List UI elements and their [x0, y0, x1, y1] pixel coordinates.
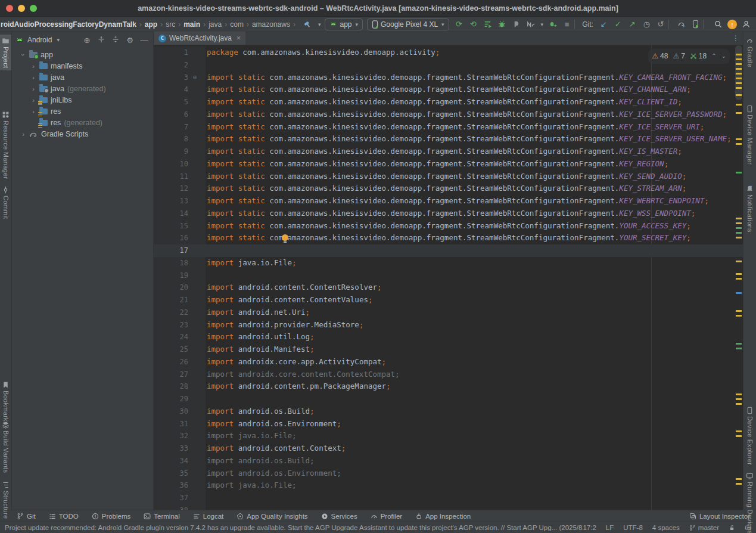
minimize-window-button[interactable] [18, 5, 25, 12]
tool-window-button-git[interactable]: Git [17, 513, 36, 520]
code-line[interactable]: 27import androidx.core.content.ContextCo… [154, 368, 743, 381]
code-line[interactable]: 29 [154, 393, 743, 405]
tool-window-button-logcat[interactable]: Logcat [193, 513, 224, 520]
settings-gear-icon[interactable]: ⚙ [125, 36, 135, 45]
code-line[interactable]: 36import java.io.File; [154, 479, 743, 492]
tool-window-button-structure[interactable]: Structure [0, 481, 11, 519]
line-number[interactable]: 19 [154, 269, 188, 282]
code-line[interactable]: 13import static com.amazonaws.kinesisvid… [154, 195, 743, 207]
git-commit-icon[interactable]: ✓ [613, 19, 623, 29]
line-number[interactable]: 2 [154, 59, 188, 72]
code-line[interactable]: 2 [154, 59, 743, 72]
line-number[interactable]: 24 [154, 331, 188, 343]
code-editor[interactable]: ⚠ 48 ⚠ 7 18 ⌃ ⌄ 1package com.amazonaws.k… [154, 45, 743, 510]
tool-window-button-terminal[interactable]: Terminal [144, 513, 179, 520]
code-line[interactable]: 35import android.os.Environment; [154, 467, 743, 480]
tree-item-res[interactable]: ›res [12, 106, 153, 117]
code-line[interactable]: 37 [154, 492, 743, 504]
close-window-button[interactable] [6, 5, 13, 12]
git-branch-widget[interactable]: master [689, 524, 719, 531]
line-number[interactable]: 10 [154, 158, 188, 171]
ide-update-available-icon[interactable]: ↑ [727, 20, 737, 29]
line-number[interactable]: 8 [154, 133, 188, 145]
line-number[interactable]: 17 [154, 244, 188, 257]
line-separator-widget[interactable]: LF [606, 524, 614, 531]
line-number[interactable]: 11 [154, 171, 188, 183]
line-number[interactable]: 13 [154, 195, 188, 207]
code-line[interactable]: 18import java.io.File; [154, 257, 743, 269]
tool-window-button-device-manager[interactable]: Device Manager [743, 105, 756, 165]
line-number[interactable]: 7 [154, 121, 188, 134]
code-line[interactable]: 16import static com.amazonaws.kinesisvid… [154, 232, 743, 244]
line-number[interactable]: 32 [154, 430, 188, 442]
code-line[interactable]: 1package com.amazonaws.kinesisvideo.demo… [154, 47, 743, 59]
tree-expand-arrow[interactable]: › [20, 52, 27, 58]
attach-debugger-icon[interactable] [547, 19, 558, 29]
expand-all-icon[interactable] [96, 35, 107, 45]
tool-window-button-problems[interactable]: Problems [92, 513, 131, 520]
line-number[interactable]: 29 [154, 393, 188, 405]
code-line[interactable]: 9import static com.amazonaws.kinesisvide… [154, 145, 743, 158]
line-number[interactable]: 18 [154, 257, 188, 269]
status-message[interactable]: Project update recommended: Android Grad… [5, 524, 583, 531]
tree-expand-arrow[interactable]: › [30, 97, 36, 104]
tree-expand-arrow[interactable]: › [20, 131, 26, 138]
line-number[interactable]: 38 [154, 504, 188, 510]
code-line[interactable]: 21import android.content.ContentValues; [154, 294, 743, 306]
code-line[interactable]: 28import android.content.pm.PackageManag… [154, 380, 743, 393]
line-number[interactable]: 26 [154, 356, 188, 368]
code-line[interactable]: 7import static com.amazonaws.kinesisvide… [154, 121, 743, 134]
code-line[interactable]: 11import static com.amazonaws.kinesisvid… [154, 171, 743, 183]
caret-position-widget[interactable]: 17:2 [583, 524, 596, 531]
code-line[interactable]: 15import static com.amazonaws.kinesisvid… [154, 220, 743, 233]
code-line[interactable]: 24import android.util.Log; [154, 331, 743, 343]
git-history-icon[interactable]: ◷ [642, 19, 652, 29]
line-number[interactable]: 9 [154, 145, 188, 158]
tool-window-button-build-variants[interactable]: Build Variants [0, 421, 11, 473]
code-line[interactable]: 26import androidx.core.app.ActivityCompa… [154, 356, 743, 368]
code-line[interactable]: 6import static com.amazonaws.kinesisvide… [154, 109, 743, 121]
code-line[interactable]: 5import static com.amazonaws.kinesisvide… [154, 96, 743, 109]
build-dropdown-arrow[interactable]: ▾ [318, 21, 321, 27]
git-push-icon[interactable]: ↗ [627, 19, 637, 29]
line-number[interactable]: 23 [154, 319, 188, 331]
code-line[interactable]: 38 [154, 504, 743, 510]
line-number[interactable]: 15 [154, 220, 188, 233]
profile-blocking-icon[interactable] [511, 19, 521, 29]
tree-expand-arrow[interactable]: › [30, 85, 36, 92]
indent-widget[interactable]: 4 spaces [652, 524, 680, 531]
code-line[interactable]: 10import static com.amazonaws.kinesisvid… [154, 158, 743, 171]
tab-close-icon[interactable]: × [237, 34, 241, 42]
project-view-select[interactable]: Android [27, 36, 52, 44]
fold-marker[interactable]: ⊖ [188, 72, 201, 84]
line-number[interactable]: 16 [154, 232, 188, 244]
code-line[interactable]: 31import android.os.Environment; [154, 418, 743, 430]
code-line[interactable]: 8import static com.amazonaws.kinesisvide… [154, 133, 743, 145]
breadcrumb-item[interactable]: com [229, 20, 244, 29]
line-number[interactable]: 5 [154, 96, 188, 109]
line-number[interactable]: 33 [154, 442, 188, 455]
search-everywhere-icon[interactable] [713, 19, 723, 29]
tool-window-button-services[interactable]: Services [321, 513, 357, 520]
code-line[interactable]: 19 [154, 269, 743, 282]
hide-panel-icon[interactable]: — [139, 36, 150, 45]
breadcrumb-item[interactable]: amazonaws [251, 20, 291, 29]
line-number[interactable]: 27 [154, 368, 188, 381]
device-select[interactable]: Google Pixel 4 XL ▾ [367, 18, 449, 30]
line-number[interactable]: 34 [154, 455, 188, 467]
line-number[interactable]: 20 [154, 281, 188, 294]
code-line[interactable]: 20import android.content.ContentResolver… [154, 281, 743, 294]
select-opened-file-icon[interactable]: ⊕ [82, 36, 92, 45]
tree-item-java[interactable]: ›java [12, 72, 153, 83]
code-line[interactable]: 23import android.provider.MediaStore; [154, 319, 743, 331]
breadcrumb-item[interactable]: src [165, 20, 176, 29]
code-line[interactable]: 32import java.io.File; [154, 430, 743, 442]
apply-code-changes-icon[interactable]: ⟲ [468, 19, 478, 29]
line-number[interactable]: 31 [154, 418, 188, 430]
line-number[interactable]: 6 [154, 109, 188, 121]
run-configuration-select[interactable]: app ▾ [325, 18, 363, 30]
code-line[interactable]: 22import android.net.Uri; [154, 306, 743, 319]
encoding-widget[interactable]: UTF-8 [623, 524, 643, 531]
tree-item-gradle-scripts[interactable]: ›Gradle Scripts [12, 128, 153, 140]
code-line[interactable]: 3⊖import static com.amazonaws.kinesisvid… [154, 72, 743, 84]
